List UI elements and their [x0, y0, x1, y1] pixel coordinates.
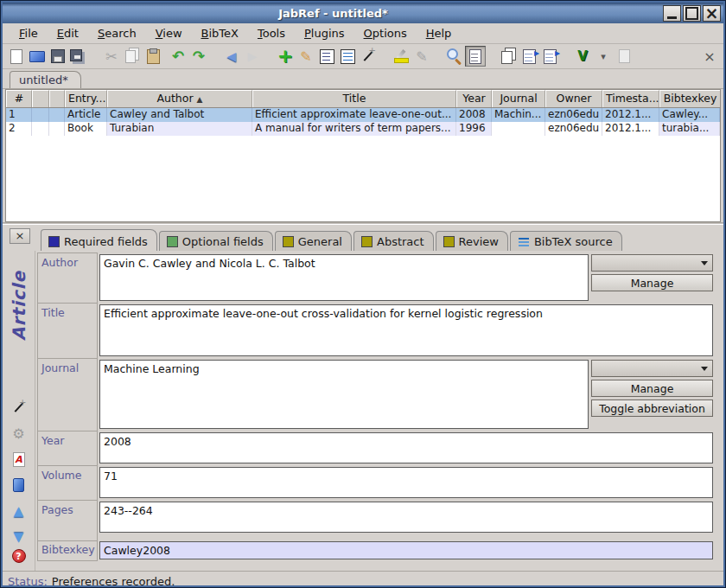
journal-autocomplete-dropdown[interactable]	[591, 360, 713, 377]
menu-search[interactable]: Search	[90, 25, 144, 42]
paste-icon[interactable]	[143, 46, 163, 67]
edit-strings-icon[interactable]	[316, 46, 337, 67]
tab-optional-fields[interactable]: Optional fields	[159, 231, 273, 251]
close-toolbar-icon[interactable]	[699, 46, 720, 67]
redo-icon[interactable]	[188, 46, 209, 67]
menu-tools[interactable]: Tools	[250, 25, 293, 42]
cell-timestamp: 2012.1...	[602, 122, 659, 136]
new-database-icon[interactable]	[6, 46, 27, 67]
copy-icon[interactable]	[122, 46, 143, 67]
mark-entries-icon[interactable]	[391, 46, 411, 67]
column-header-bibtexkey[interactable]: Bibtexkey	[659, 90, 720, 107]
close-entry-editor-button[interactable]: ×	[10, 228, 30, 244]
toggle-entry-preview-icon[interactable]	[465, 46, 486, 67]
cell-owner: ezn06edu	[545, 108, 602, 122]
tab-label: Optional fields	[182, 235, 264, 248]
push-dropdown-caret-icon[interactable]	[593, 46, 614, 67]
column-header-year[interactable]: Year	[456, 90, 492, 107]
bibtexkey-field-input[interactable]	[99, 541, 713, 559]
table-row[interactable]: 1 Article Cawley and Talbot Efficient ap…	[6, 108, 720, 122]
menu-bibtex[interactable]: BibTeX	[194, 25, 246, 42]
manage-button[interactable]: Manage	[591, 274, 713, 291]
statusbar: Status: Preferences recorded.	[3, 571, 723, 587]
column-header-title[interactable]: Title	[252, 90, 456, 107]
year-field-label: Year	[37, 431, 98, 465]
cell-author: Turabian	[107, 122, 252, 136]
required-fields-icon	[48, 236, 60, 247]
column-header-icon2[interactable]	[49, 90, 65, 107]
new-from-plain-text-icon[interactable]	[498, 46, 519, 67]
toggle-abbreviation-button[interactable]: Toggle abbreviation	[591, 399, 713, 417]
column-header-timestamp[interactable]: Timesta...	[602, 90, 659, 107]
cell-journal: Machin...	[492, 108, 545, 122]
write-pdf-icon[interactable]	[9, 450, 29, 469]
author-field-row: Author Manage	[37, 252, 713, 303]
titlebar[interactable]: JabRef - untitled*	[3, 3, 723, 23]
column-header-author[interactable]: Author ▲	[107, 90, 252, 107]
journal-field-input[interactable]	[99, 360, 589, 429]
author-field-input[interactable]	[99, 254, 589, 301]
undo-icon[interactable]	[168, 46, 188, 67]
tab-review[interactable]: Review	[436, 231, 508, 251]
generate-bibtexkey-icon[interactable]	[9, 398, 29, 417]
column-header-icon1[interactable]	[32, 90, 49, 107]
push-to-application-alt-icon[interactable]	[539, 46, 560, 67]
push-to-application-icon[interactable]	[519, 46, 539, 67]
manage-button[interactable]: Manage	[591, 380, 713, 397]
back-icon[interactable]	[221, 46, 242, 67]
autogenerate-keys-icon[interactable]	[358, 46, 379, 67]
tab-bibtex-source[interactable]: BibTeX source	[510, 231, 622, 251]
help-icon[interactable]: ?	[9, 546, 29, 566]
save-all-databases-icon[interactable]	[68, 46, 89, 67]
menu-help[interactable]: Help	[418, 25, 460, 42]
table-header: # Entry... Author ▲ Title Year Journal O…	[6, 90, 720, 108]
title-field-input[interactable]	[99, 304, 713, 356]
pages-field-input[interactable]	[99, 502, 713, 533]
column-header-num[interactable]: #	[6, 90, 32, 107]
unmark-entries-icon[interactable]	[411, 46, 432, 67]
optional-fields-icon	[167, 236, 178, 247]
cell-bibtexkey: Cawley...	[659, 108, 720, 122]
forward-icon[interactable]	[242, 46, 263, 67]
table-row[interactable]: 2 Book Turabian A manual for writers of …	[6, 122, 720, 136]
volume-field-row: Volume	[37, 465, 713, 500]
open-file-icon[interactable]	[614, 46, 634, 67]
new-entry-icon[interactable]	[275, 46, 296, 67]
journal-field-row: Journal Manage Toggle abbreviation	[37, 358, 713, 431]
minimize-button[interactable]	[663, 5, 681, 22]
edit-preamble-icon[interactable]	[337, 46, 358, 67]
push-to-lyx-icon[interactable]	[572, 46, 593, 67]
menu-plugins[interactable]: Plugins	[296, 25, 353, 42]
menu-edit[interactable]: Edit	[49, 25, 86, 42]
previous-entry-icon[interactable]	[9, 502, 29, 521]
search-icon[interactable]	[444, 46, 465, 67]
menu-options[interactable]: Options	[356, 25, 415, 42]
jabref-window: JabRef - untitled* File Edit Search View…	[0, 0, 726, 588]
gear-icon[interactable]	[9, 424, 29, 443]
tab-required-fields[interactable]: Required fields	[41, 229, 157, 251]
column-header-journal[interactable]: Journal	[492, 90, 545, 107]
cell-ranking	[32, 108, 49, 122]
column-header-owner[interactable]: Owner	[545, 90, 602, 107]
year-field-input[interactable]	[99, 432, 713, 463]
close-button[interactable]	[703, 5, 721, 22]
volume-field-input[interactable]	[99, 467, 713, 498]
open-database-icon[interactable]	[27, 46, 48, 67]
author-autocomplete-dropdown[interactable]	[591, 254, 713, 272]
next-entry-icon[interactable]	[9, 527, 29, 546]
required-fields-panel: Author Manage Title Journal	[35, 251, 723, 571]
file-tab-untitled[interactable]: untitled*	[10, 71, 81, 88]
tab-abstract[interactable]: Abstract	[353, 231, 434, 251]
edit-entry-icon[interactable]	[296, 46, 316, 67]
menu-view[interactable]: View	[148, 25, 190, 42]
cut-icon[interactable]	[101, 46, 122, 67]
save-database-icon[interactable]	[48, 46, 68, 67]
maximize-button[interactable]	[683, 5, 701, 22]
column-header-entrytype[interactable]: Entry...	[65, 90, 107, 107]
menu-file[interactable]: File	[11, 25, 46, 42]
entry-editor-tabbar: × Required fields Optional fields Genera…	[3, 225, 723, 251]
write-xmp-icon[interactable]	[9, 476, 29, 495]
tab-label: BibTeX source	[534, 235, 613, 248]
tab-general[interactable]: General	[275, 231, 352, 251]
cell-title: A manual for writers of term papers...	[252, 122, 456, 136]
